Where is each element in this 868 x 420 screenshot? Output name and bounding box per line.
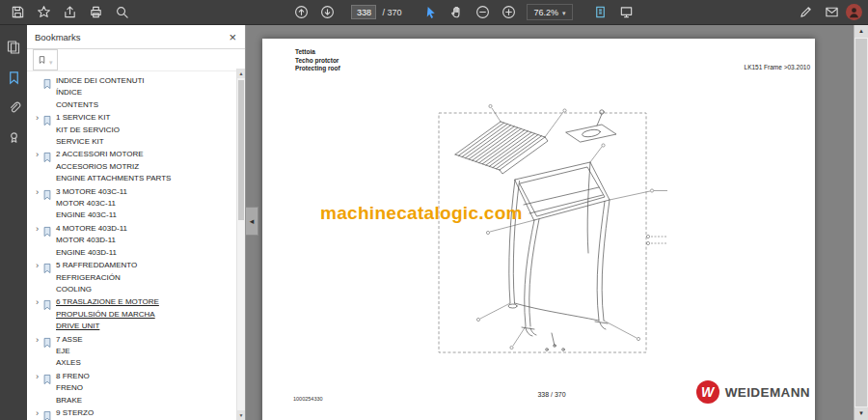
bookmark-item[interactable]: ›4 MOTORE 403D-11MOTOR 403D-11ENGINE 403… — [32, 223, 231, 259]
page-thumbnails-button[interactable] — [3, 37, 24, 58]
bookmark-label[interactable]: 7 ASSEEJEAXLES — [56, 334, 83, 370]
zoom-level-value: 76.2% — [533, 8, 558, 17]
weidemann-logo-icon: W — [696, 380, 719, 404]
scroll-down-arrow-icon[interactable] — [237, 410, 245, 420]
expand-chevron-icon[interactable]: › — [32, 149, 42, 160]
scroll-up-arrow-icon[interactable] — [237, 69, 245, 78]
fullscreen-button[interactable] — [614, 2, 638, 23]
share-button[interactable] — [58, 2, 82, 23]
zoom-in-button[interactable] — [497, 2, 521, 23]
expand-chevron-icon[interactable]: › — [32, 186, 42, 198]
bookmark-flag-icon — [42, 75, 56, 94]
share-icon — [63, 5, 77, 19]
bookmark-label[interactable]: 1 SERVICE KITKIT DE SERVICIOSERVICE KIT — [56, 112, 120, 148]
star-button[interactable] — [32, 2, 56, 23]
bookmark-label[interactable]: 8 FRENOFRENOBRAKE — [56, 371, 90, 406]
bookmark-flag-icon — [42, 371, 56, 389]
chevron-down-icon — [562, 8, 566, 17]
sidebar-scrollbar[interactable] — [236, 69, 245, 420]
zoom-out-button[interactable] — [471, 2, 495, 23]
bookmark-small-icon — [38, 55, 46, 65]
thumbnails-icon — [6, 40, 21, 55]
star-icon — [37, 5, 51, 19]
bookmarks-panel: Bookmarks INDICE DEI CONTENUTIÍNDICECONT… — [27, 25, 246, 420]
toolbar-center-group: / 370 76.2% — [289, 2, 637, 23]
print-icon — [89, 5, 103, 19]
scroll-up-arrow-icon[interactable] — [854, 25, 868, 38]
top-toolbar: / 370 76.2% — [0, 0, 868, 25]
bookmark-label[interactable]: 4 MOTORE 403D-11MOTOR 403D-11ENGINE 403D… — [56, 223, 127, 259]
expand-chevron-icon[interactable]: › — [32, 260, 42, 271]
document-area[interactable]: Tettoia Techo protctor Protecting roof L… — [246, 25, 854, 420]
bookmark-label[interactable]: 3 MOTORE 403C-11MOTOR 403C-11ENGINE 403C… — [56, 186, 127, 222]
bookmark-item[interactable]: ›7 ASSEEJEAXLES — [32, 334, 231, 370]
page-total-label: / 370 — [382, 8, 401, 17]
bookmark-item[interactable]: INDICE DEI CONTENUTIÍNDICECONTENTS — [32, 75, 231, 111]
bookmark-item[interactable]: ›9 STERZO — [32, 407, 231, 420]
user-avatar[interactable] — [846, 4, 862, 20]
expand-chevron-icon[interactable]: › — [32, 112, 42, 124]
previous-page-button[interactable] — [289, 2, 313, 23]
bookmark-item[interactable]: ›5 RAFFREDDAMENTOREFRIGERACIÓNCOOLING — [32, 260, 231, 295]
save-button[interactable] — [6, 2, 30, 23]
scroll-down-arrow-icon[interactable] — [854, 407, 868, 420]
search-icon — [115, 5, 129, 19]
bookmark-flag-icon — [42, 407, 56, 420]
bookmarks-list: INDICE DEI CONTENUTIÍNDICECONTENTS›1 SER… — [27, 71, 245, 420]
plus-circle-icon — [502, 5, 516, 19]
expand-chevron-icon[interactable]: › — [32, 407, 42, 419]
bookmark-item[interactable]: ›2 ACCESSORI MOTOREACCESORIOS MOTRIZENGI… — [32, 149, 231, 184]
bookmark-flag-icon — [42, 186, 56, 205]
fill-sign-button[interactable] — [794, 2, 818, 23]
expand-chevron-icon[interactable]: › — [32, 334, 42, 346]
content-area: Bookmarks INDICE DEI CONTENUTIÍNDICECONT… — [0, 25, 868, 420]
brand-name: WEIDEMANN — [725, 385, 810, 400]
bookmark-options-button[interactable] — [33, 49, 58, 70]
watermark: machinecatalogic.com — [320, 203, 523, 224]
bookmark-label[interactable]: 2 ACCESSORI MOTOREACCESORIOS MOTRIZENGIN… — [56, 149, 171, 184]
sidebar-scrollbar-thumb[interactable] — [238, 80, 244, 220]
bookmark-label[interactable]: 6 TRASLAZIONE E MOTOREPROPULSIÓN DE MARC… — [56, 296, 159, 332]
email-button[interactable] — [820, 2, 844, 23]
arrow-up-circle-icon — [294, 5, 309, 19]
hand-tool-button[interactable] — [445, 2, 469, 23]
bookmark-label[interactable]: INDICE DEI CONTENUTIÍNDICECONTENTS — [56, 75, 145, 111]
envelope-icon — [825, 5, 839, 19]
bookmark-flag-icon — [42, 260, 56, 278]
cursor-icon — [423, 5, 438, 19]
search-button[interactable] — [110, 2, 134, 23]
signatures-panel-button[interactable] — [3, 126, 24, 148]
technical-drawing — [262, 39, 815, 420]
bookmark-flag-icon — [42, 296, 56, 315]
bookmark-label[interactable]: 5 RAFFREDDAMENTOREFRIGERACIÓNCOOLING — [56, 260, 137, 295]
document-scrollbar-thumb[interactable] — [855, 39, 867, 406]
bookmark-label[interactable]: 9 STERZO — [56, 407, 94, 419]
scrolling-view-button[interactable] — [588, 2, 612, 23]
bookmark-item[interactable]: ›1 SERVICE KITKIT DE SERVICIOSERVICE KIT — [32, 112, 231, 148]
print-button[interactable] — [84, 2, 108, 23]
close-panel-button[interactable] — [229, 31, 236, 43]
panel-collapse-handle[interactable] — [246, 207, 258, 236]
page-number-input[interactable] — [351, 5, 376, 19]
expand-chevron-icon[interactable]: › — [32, 371, 42, 382]
expand-chevron-icon[interactable]: › — [32, 223, 42, 235]
next-page-button[interactable] — [315, 2, 339, 23]
arrow-down-circle-icon — [320, 5, 335, 19]
attachments-panel-button[interactable] — [3, 97, 24, 118]
zoom-level-dropdown[interactable]: 76.2% — [527, 4, 572, 20]
bookmark-item[interactable]: ›3 MOTORE 403C-11MOTOR 403C-11ENGINE 403… — [32, 186, 231, 222]
toolbar-right-group — [794, 2, 862, 23]
bookmarks-header: Bookmarks — [27, 25, 245, 49]
bookmark-item[interactable]: ›6 TRASLAZIONE E MOTOREPROPULSIÓN DE MAR… — [32, 296, 231, 332]
seal-icon — [7, 130, 21, 145]
bookmark-item[interactable]: ›8 FRENOFRENOBRAKE — [32, 371, 231, 406]
hand-icon — [449, 5, 464, 19]
brand-logo: W WEIDEMANN — [696, 380, 810, 404]
bookmarks-panel-button[interactable] — [3, 67, 24, 88]
document-scrollbar[interactable] — [854, 25, 868, 420]
expand-chevron-icon[interactable]: › — [32, 296, 42, 308]
bookmark-flag-icon — [42, 112, 56, 130]
toolbar-left-group — [6, 2, 134, 23]
navigation-rail — [0, 25, 27, 420]
select-tool-button[interactable] — [419, 2, 443, 23]
